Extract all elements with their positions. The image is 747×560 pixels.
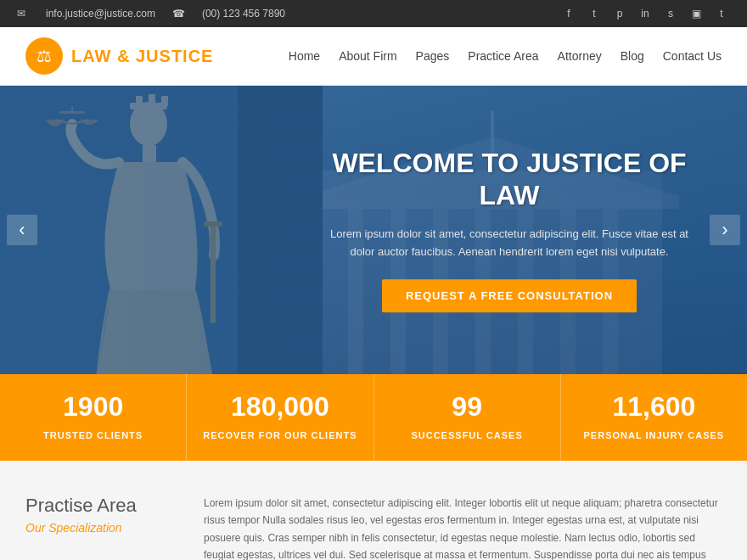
stat-recover-label: RECOVER FOR OUR CLIENTS [203,430,357,440]
hero-content: WELCOME TO JUSTICE OF LAW Lorem ipsum do… [323,147,696,312]
social-links: f t p in s ▣ t [560,5,730,22]
stat-injury-label: PERSONAL INJURY CASES [584,430,725,440]
tumblr-icon[interactable]: t [713,5,730,22]
hero-title: WELCOME TO JUSTICE OF LAW [323,147,696,212]
nav-blog[interactable]: Blog [621,49,644,63]
nav-home[interactable]: Home [289,49,320,63]
nav-practice[interactable]: Practice Area [468,49,538,63]
phone-number: (00) 123 456 7890 [202,8,285,20]
logo-text: LAW & JUSTICE [71,47,213,66]
stat-recover-number: 180,000 [195,393,364,420]
pinterest-icon[interactable]: p [611,5,628,22]
stats-bar: 1900 TRUSTED CLIENTS 180,000 RECOVER FOR… [0,374,747,461]
nav-about[interactable]: About Firm [339,49,396,63]
prev-slide-button[interactable]: ‹ [7,215,37,245]
stat-cases: 99 SUCCESSFUL CASES [374,374,561,461]
linkedin-icon[interactable]: in [637,5,654,22]
phone-icon: ☎ [172,8,185,20]
stat-injury: 11,600 PERSONAL INJURY CASES [561,374,747,461]
nav-attorney[interactable]: Attorney [558,49,602,63]
email-address: info.justice@justice.com [46,8,155,20]
facebook-icon[interactable]: f [560,5,577,22]
logo-icon: ⚖ [25,37,63,75]
skype-icon[interactable]: s [662,5,679,22]
practise-heading: Practise Area [25,495,178,517]
nav-contact[interactable]: Contact Us [663,49,722,63]
top-bar-contact: ✉ info.justice@justice.com ☎ (00) 123 45… [17,8,285,20]
consultation-button[interactable]: REQUEST A FREE CONSULTATION [382,280,637,313]
nav-pages[interactable]: Pages [416,49,450,63]
rss-icon[interactable]: ▣ [688,5,705,22]
hero-body: Lorem ipsum dolor sit amet, consectetur … [323,226,696,261]
top-bar: ✉ info.justice@justice.com ☎ (00) 123 45… [0,0,747,27]
twitter-icon[interactable]: t [586,5,603,22]
stat-cases-label: SUCCESSFUL CASES [411,430,522,440]
header: ⚖ LAW & JUSTICE Home About Firm Pages Pr… [0,27,747,86]
practise-sidebar: Practise Area Our Specialization ⚖ [25,495,178,560]
practise-body: Lorem ipsum dolor sit amet, consectetur … [204,495,722,560]
hero-slider: ‹ WELCOME TO JUSTICE OF LAW Lorem ipsum … [0,86,747,374]
logo: ⚖ LAW & JUSTICE [25,37,213,75]
stat-injury-number: 11,600 [570,393,739,420]
stat-recover: 180,000 RECOVER FOR OUR CLIENTS [187,374,374,461]
content-area: Practise Area Our Specialization ⚖ Lorem… [0,461,747,560]
stat-clients: 1900 TRUSTED CLIENTS [0,374,187,461]
stat-clients-number: 1900 [8,393,177,420]
stat-cases-number: 99 [383,393,552,420]
practise-subheading: Our Specialization [25,521,178,535]
main-nav: Home About Firm Pages Practice Area Atto… [289,49,722,63]
email-icon: ✉ [17,8,25,20]
stat-clients-label: TRUSTED CLIENTS [43,430,143,440]
next-slide-button[interactable]: › [710,215,740,245]
